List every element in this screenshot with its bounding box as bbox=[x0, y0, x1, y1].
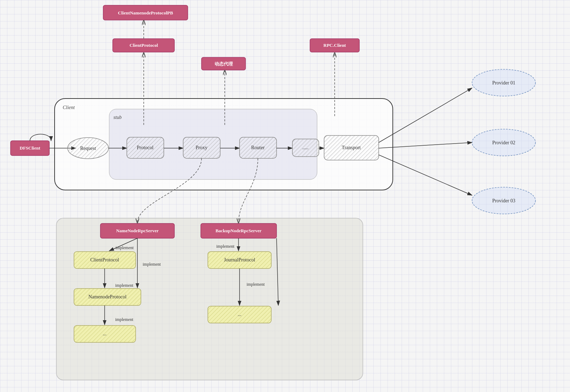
implement-label-1: implement bbox=[116, 245, 134, 250]
request-label: Request bbox=[80, 146, 96, 151]
provider03-label: Provider 03 bbox=[492, 198, 515, 203]
client-protocol-impl-label: ClientProtocol bbox=[90, 257, 119, 263]
transport-label: Transport bbox=[342, 145, 361, 150]
client-namenode-protocol-pb-label: ClientNamenodeProtocolPB bbox=[118, 10, 173, 15]
provider02-label: Provider 02 bbox=[492, 140, 515, 145]
proxy-label: Proxy bbox=[196, 145, 207, 150]
client-label: Client bbox=[63, 105, 75, 110]
implement-label-5: implement bbox=[216, 244, 235, 249]
provider01-label: Provider 01 bbox=[492, 80, 515, 86]
rpc-client-label: RPC.Client bbox=[323, 43, 346, 48]
dfs-client-self-loop bbox=[30, 134, 51, 141]
router-label: Router bbox=[251, 145, 265, 150]
dfs-client-label: DFSClient bbox=[20, 145, 41, 151]
implement-label-2: implement bbox=[143, 262, 161, 267]
client-protocol-top-label: ClientProtocol bbox=[130, 43, 158, 48]
dots-label: ..... bbox=[302, 145, 309, 150]
implement-label-4: implement bbox=[115, 317, 134, 322]
namenode-protocol-label: NamenodeProtocol bbox=[88, 294, 126, 299]
dots-server-label: ... bbox=[238, 312, 242, 317]
dots-impl-label: ... bbox=[103, 331, 107, 336]
implement-label-6: implement bbox=[247, 282, 265, 287]
diagram-canvas: Client stub ClientNamenodeProtocolPB Cli… bbox=[0, 0, 570, 392]
stub-label: stub bbox=[113, 115, 122, 120]
protocol-label: Protocol bbox=[137, 145, 154, 150]
architecture-diagram: Client stub ClientNamenodeProtocolPB Cli… bbox=[0, 0, 570, 392]
journal-protocol-label: JournalProtocol bbox=[224, 257, 255, 263]
backup-node-rpc-server-label: BackupNodeRpcServer bbox=[216, 228, 262, 233]
dynamic-proxy-label: 动态代理 bbox=[215, 61, 233, 67]
implement-label-3: implement bbox=[115, 283, 134, 288]
namenode-rpc-server-label: NameNodeRpcServer bbox=[116, 228, 159, 233]
